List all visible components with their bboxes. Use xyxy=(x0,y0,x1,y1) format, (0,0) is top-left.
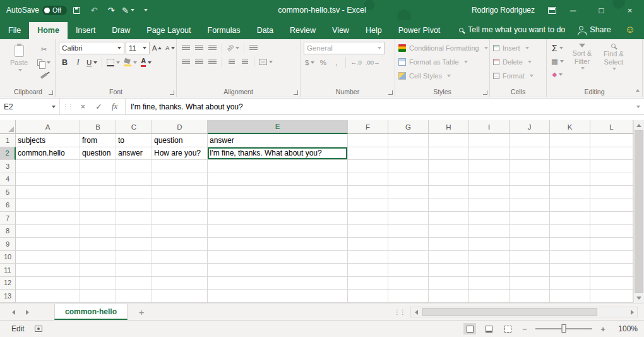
cell-F6[interactable] xyxy=(348,199,388,212)
next-sheet-button[interactable] xyxy=(20,304,34,320)
font-color-button[interactable]: A xyxy=(140,56,153,68)
column-header-B[interactable]: B xyxy=(80,120,116,134)
normal-view-button[interactable] xyxy=(463,323,476,334)
cell-B5[interactable] xyxy=(80,186,116,199)
cell-I3[interactable] xyxy=(469,160,510,173)
cell-A12[interactable] xyxy=(16,277,80,290)
cell-L1[interactable] xyxy=(590,134,633,147)
accounting-format-button[interactable]: $ xyxy=(304,56,316,68)
cell-D5[interactable] xyxy=(152,186,208,199)
cell-J5[interactable] xyxy=(510,186,550,199)
row-header-4[interactable]: 4 xyxy=(0,173,16,187)
cell-E1[interactable]: answer xyxy=(208,134,348,147)
percent-style-button[interactable]: % xyxy=(317,56,329,68)
tab-page-layout[interactable]: Page Layout xyxy=(138,22,199,39)
tab-home[interactable]: Home xyxy=(29,22,68,39)
zoom-percentage[interactable]: 100% xyxy=(614,324,638,333)
cell-H11[interactable] xyxy=(429,264,469,277)
row-header-13[interactable]: 13 xyxy=(0,290,16,303)
macro-record-icon[interactable] xyxy=(35,326,42,332)
vertical-scrollbar-thumb[interactable] xyxy=(635,130,643,293)
formula-bar-grip[interactable]: ⋮⋮ xyxy=(60,103,75,110)
column-header-E[interactable]: E xyxy=(208,120,348,134)
cell-C7[interactable] xyxy=(116,212,152,225)
delete-cells-button[interactable]: Delete xyxy=(493,56,532,68)
save-button[interactable] xyxy=(70,2,84,18)
cut-button[interactable]: ✂ xyxy=(36,43,52,55)
cell-K11[interactable] xyxy=(550,264,590,277)
align-center-button[interactable] xyxy=(193,56,205,68)
cell-C3[interactable] xyxy=(116,160,152,173)
row-header-5[interactable]: 5 xyxy=(0,186,16,199)
cell-I1[interactable] xyxy=(469,134,510,147)
cell-I5[interactable] xyxy=(469,186,510,199)
format-as-table-button[interactable]: Format as Table xyxy=(398,56,468,68)
cell-L5[interactable] xyxy=(590,186,633,199)
cell-H7[interactable] xyxy=(429,212,469,225)
cell-L10[interactable] xyxy=(590,251,633,264)
column-header-I[interactable]: I xyxy=(469,120,510,134)
cell-I13[interactable] xyxy=(469,290,510,303)
cell-A10[interactable] xyxy=(16,251,80,264)
tab-insert[interactable]: Insert xyxy=(68,22,104,39)
cell-C6[interactable] xyxy=(116,199,152,212)
cell-L11[interactable] xyxy=(590,264,633,277)
feedback-smiley-icon[interactable]: ☺ xyxy=(625,25,635,35)
cell-D1[interactable]: question xyxy=(152,134,208,147)
cell-C2[interactable]: answer xyxy=(116,147,152,161)
cell-styles-button[interactable]: Cell Styles xyxy=(398,70,451,82)
cell-E11[interactable] xyxy=(208,264,348,277)
cell-D6[interactable] xyxy=(152,199,208,212)
cell-L13[interactable] xyxy=(590,290,633,303)
column-header-K[interactable]: K xyxy=(550,120,590,134)
align-right-button[interactable] xyxy=(206,56,218,68)
autosave-toggle[interactable]: Off xyxy=(42,6,67,15)
cell-B1[interactable]: from xyxy=(80,134,116,147)
cell-D11[interactable] xyxy=(152,264,208,277)
cell-H13[interactable] xyxy=(429,290,469,303)
cell-B2[interactable]: question xyxy=(80,147,116,161)
cell-C8[interactable] xyxy=(116,225,152,238)
cell-C9[interactable] xyxy=(116,238,152,251)
cell-A8[interactable] xyxy=(16,225,80,238)
customize-qat-button[interactable] xyxy=(138,2,152,18)
name-box[interactable]: E2 xyxy=(0,99,60,114)
increase-decimal-button[interactable]: ←.0 xyxy=(349,56,362,68)
cell-F1[interactable] xyxy=(348,134,388,147)
cell-H1[interactable] xyxy=(429,134,469,147)
underline-button[interactable]: U xyxy=(85,56,98,68)
cell-H9[interactable] xyxy=(429,238,469,251)
cell-E12[interactable] xyxy=(208,277,348,290)
cell-J13[interactable] xyxy=(510,290,550,303)
cell-A5[interactable] xyxy=(16,186,80,199)
cell-D12[interactable] xyxy=(152,277,208,290)
cell-J10[interactable] xyxy=(510,251,550,264)
row-header-8[interactable]: 8 xyxy=(0,225,16,238)
tab-view[interactable]: View xyxy=(324,22,357,39)
decrease-indent-button[interactable] xyxy=(225,56,237,68)
cell-H3[interactable] xyxy=(429,160,469,173)
orientation-button[interactable]: ab xyxy=(225,42,241,54)
find-select-button[interactable]: Find & Select xyxy=(599,42,628,70)
cell-D8[interactable] xyxy=(152,225,208,238)
cell-G2[interactable] xyxy=(388,147,429,161)
cell-C4[interactable] xyxy=(116,173,152,187)
close-button[interactable]: × xyxy=(616,0,644,20)
column-header-A[interactable]: A xyxy=(16,120,80,134)
scroll-down-button[interactable] xyxy=(634,293,644,303)
cell-G10[interactable] xyxy=(388,251,429,264)
number-format-select[interactable]: General xyxy=(304,42,385,54)
cell-G12[interactable] xyxy=(388,277,429,290)
row-header-2[interactable]: 2 xyxy=(0,147,16,161)
zoom-out-button[interactable]: − xyxy=(520,324,529,334)
cell-F4[interactable] xyxy=(348,173,388,187)
cell-E5[interactable] xyxy=(208,186,348,199)
cell-I7[interactable] xyxy=(469,212,510,225)
row-header-12[interactable]: 12 xyxy=(0,277,16,290)
cell-G5[interactable] xyxy=(388,186,429,199)
cell-K12[interactable] xyxy=(550,277,590,290)
cell-G11[interactable] xyxy=(388,264,429,277)
cell-L4[interactable] xyxy=(590,173,633,187)
conditional-formatting-button[interactable]: Conditional Formatting xyxy=(398,42,488,54)
copy-button[interactable] xyxy=(36,56,52,68)
